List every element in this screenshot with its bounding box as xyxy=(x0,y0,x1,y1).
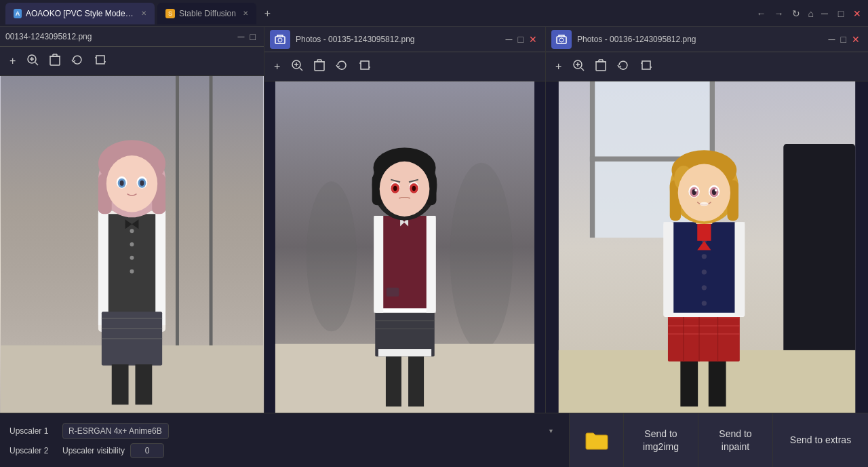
panel-right-zoom[interactable] xyxy=(570,56,587,77)
new-tab-button[interactable]: + xyxy=(259,5,276,22)
open-folder-button[interactable] xyxy=(570,413,624,468)
panels-row: 00134-1243095812.png ─ □ + xyxy=(0,27,868,413)
panel-middle-title: Photos - 00135-1243095812.png xyxy=(296,35,503,44)
svg-point-46 xyxy=(278,38,282,42)
svg-point-42 xyxy=(140,181,144,186)
send-extras-label: Send to extras xyxy=(790,434,851,446)
tab-close-1[interactable]: ✕ xyxy=(141,10,146,17)
panel-right-image-area xyxy=(546,81,868,413)
panel-left-rotate[interactable] xyxy=(68,51,86,71)
panel-middle-delete[interactable] xyxy=(311,56,328,77)
tab-close-2[interactable]: ✕ xyxy=(243,10,248,17)
action-buttons: Send toimg2img Send toinpaint Send to ex… xyxy=(569,413,868,467)
panel-left-minimize[interactable]: ─ xyxy=(235,30,248,43)
upscaler-visibility-label: Upscaler visibility xyxy=(62,446,125,455)
minimize-button[interactable]: ─ xyxy=(819,8,830,19)
upscaler1-select[interactable]: R-ESRGAN 4x+ Anime6B xyxy=(62,423,169,439)
panel-middle-crop[interactable] xyxy=(356,56,374,77)
panel-middle-close[interactable]: ✕ xyxy=(526,33,540,46)
refresh-icon[interactable]: ↻ xyxy=(792,8,800,19)
tab-label-1: AOAOKO [PVC Style Model] - PV... xyxy=(26,9,134,18)
svg-line-1 xyxy=(35,62,38,65)
panel-right-restore[interactable]: □ xyxy=(838,33,849,46)
panel-middle-image xyxy=(264,81,545,413)
svg-point-41 xyxy=(120,181,124,186)
svg-point-129 xyxy=(702,301,707,305)
svg-point-128 xyxy=(702,285,707,290)
panel-right-minimize[interactable]: ─ xyxy=(826,33,838,46)
svg-point-138 xyxy=(678,164,730,222)
panel-right-delete[interactable] xyxy=(593,56,609,77)
upscaler-settings: Upscaler 1 R-ESRGAN 4x+ Anime6B Upscaler… xyxy=(0,413,569,467)
svg-rect-4 xyxy=(50,56,60,65)
send-to-inpaint-button[interactable]: Send toinpaint xyxy=(698,413,773,468)
panel-left-restore[interactable]: □ xyxy=(248,30,258,43)
svg-point-145 xyxy=(695,189,698,191)
svg-point-61 xyxy=(307,181,357,331)
panel-right-add[interactable]: + xyxy=(553,58,564,75)
panel-right-title: Photos - 00136-1243095812.png xyxy=(577,35,826,44)
tab-stable-diffusion[interactable]: S Stable Diffusion ✕ xyxy=(157,3,256,24)
panel-middle-titlebar: Photos - 00135-1243095812.png ─ □ ✕ xyxy=(264,27,545,52)
svg-rect-44 xyxy=(135,365,152,405)
svg-point-126 xyxy=(702,254,707,259)
svg-point-60 xyxy=(450,163,513,350)
svg-rect-124 xyxy=(734,222,745,316)
svg-point-20 xyxy=(130,242,134,246)
panel-middle-image-area xyxy=(264,81,545,413)
svg-rect-112 xyxy=(680,356,698,407)
folder-icon xyxy=(585,430,609,451)
panel-middle-icon-box[interactable] xyxy=(270,30,290,49)
svg-rect-74 xyxy=(387,288,399,297)
nav-back-icon[interactable]: ← xyxy=(757,8,766,19)
panel-left-crop[interactable] xyxy=(92,51,109,71)
svg-rect-102 xyxy=(642,61,650,69)
panel-left-title: 00134-1243095812.png xyxy=(5,32,235,41)
svg-line-48 xyxy=(300,68,302,71)
panel-middle-add[interactable]: + xyxy=(271,58,283,75)
panel-left-delete[interactable] xyxy=(47,51,63,71)
panel-left-zoom[interactable] xyxy=(24,51,41,71)
panel-right-crop[interactable] xyxy=(637,56,655,77)
panel-middle-rotate[interactable] xyxy=(333,56,351,77)
upscaler1-label: Upscaler 1 xyxy=(9,426,57,436)
send-inpaint-label: Send toinpaint xyxy=(719,428,751,452)
svg-rect-113 xyxy=(709,356,726,407)
tab-favicon-1: A xyxy=(14,9,22,18)
svg-point-87 xyxy=(393,186,397,191)
upscaler1-select-wrapper: R-ESRGAN 4x+ Anime6B xyxy=(62,423,559,439)
svg-point-92 xyxy=(559,38,564,42)
panel-middle-minimize[interactable]: ─ xyxy=(503,33,515,46)
home-icon[interactable]: ⌂ xyxy=(808,8,814,19)
panel-middle-zoom[interactable] xyxy=(288,56,306,77)
panel-left: 00134-1243095812.png ─ □ + xyxy=(0,27,264,413)
tab-bar: A AOAOKO [PVC Style Model] - PV... ✕ S S… xyxy=(5,3,757,24)
svg-point-19 xyxy=(130,229,134,233)
svg-point-36 xyxy=(106,155,157,212)
close-button[interactable]: ✕ xyxy=(852,8,863,19)
svg-rect-43 xyxy=(112,365,129,405)
panel-right-icon-box[interactable] xyxy=(551,30,572,49)
panel-middle-restore[interactable]: □ xyxy=(515,33,526,46)
window-controls: ─ □ ✕ xyxy=(819,8,863,19)
tab-favicon-2: S xyxy=(165,9,175,18)
tab-aoaoko[interactable]: A AOAOKO [PVC Style Model] - PV... ✕ xyxy=(5,3,155,24)
upscaler1-row: Upscaler 1 R-ESRGAN 4x+ Anime6B xyxy=(9,423,559,439)
svg-rect-24 xyxy=(155,210,165,325)
panel-right-rotate[interactable] xyxy=(614,56,632,77)
panel-left-add[interactable]: + xyxy=(7,52,18,70)
tab-label-2: Stable Diffusion xyxy=(179,9,236,18)
send-to-img2img-button[interactable]: Send toimg2img xyxy=(624,413,698,468)
panel-left-titlebar: 00134-1243095812.png ─ □ xyxy=(0,27,264,47)
svg-rect-56 xyxy=(361,61,369,69)
nav-forward-icon[interactable]: → xyxy=(774,8,784,19)
send-to-extras-button[interactable]: Send to extras xyxy=(773,413,868,468)
svg-rect-69 xyxy=(378,349,431,356)
panel-middle: Photos - 00135-1243095812.png ─ □ ✕ + xyxy=(264,27,546,413)
restore-button[interactable]: □ xyxy=(835,8,846,19)
panel-middle-toolbar: + xyxy=(264,52,545,81)
svg-rect-73 xyxy=(427,216,436,313)
panel-right: Photos - 00136-1243095812.png ─ □ ✕ + xyxy=(546,27,868,413)
panel-right-close[interactable]: ✕ xyxy=(849,33,863,46)
upscaler-visibility-input[interactable]: 0 xyxy=(130,443,164,458)
